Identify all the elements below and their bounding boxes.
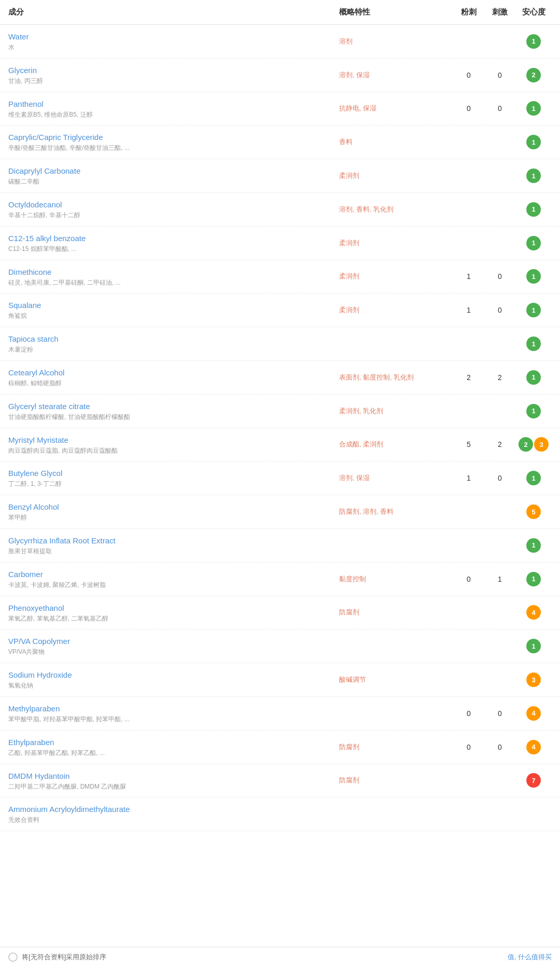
ingredient-name[interactable]: Phenoxyethanol — [8, 602, 339, 613]
ingredient-irritation: 2 — [484, 440, 515, 449]
ingredient-name-col: VP/VA CopolymerVP/VA共聚物 — [8, 636, 339, 656]
header-powder: 粉刺 — [453, 7, 484, 17]
table-row[interactable]: Ethylparaben乙酯, 羟基苯甲酸乙酯, 羟苯乙酯, ...防腐剂004 — [0, 731, 560, 764]
ingredient-properties: 表面剂, 黏度控制, 乳化剂 — [339, 373, 453, 382]
ingredient-alias: 乙酯, 羟基苯甲酸乙酯, 羟苯乙酯, ... — [8, 749, 339, 758]
ingredient-name[interactable]: Myristyl Myristate — [8, 435, 339, 445]
ingredient-name[interactable]: Carbomer — [8, 569, 339, 580]
ingredient-properties: 柔润剂, 乳化剂 — [339, 407, 453, 416]
ingredient-safety: 1 — [515, 538, 552, 553]
safety-badge: 1 — [526, 236, 541, 250]
ingredient-name[interactable]: Glyceryl stearate citrate — [8, 401, 339, 412]
safety-badge: 1 — [526, 34, 541, 49]
table-row[interactable]: Water水溶剂1 — [0, 25, 560, 59]
ingredient-safety: 1 — [515, 639, 552, 653]
ingredient-properties: 溶剂, 保湿 — [339, 71, 453, 80]
safety-badge: 1 — [526, 538, 541, 553]
table-header: 成分 概略特性 粉刺 刺激 安心度 — [0, 0, 560, 25]
ingredient-safety: 1 — [515, 236, 552, 250]
ingredient-name[interactable]: Panthenol — [8, 99, 339, 109]
ingredient-name-col: Sodium Hydroxide氢氧化钠 — [8, 669, 339, 690]
ingredient-safety: 1 — [515, 404, 552, 418]
table-row[interactable]: Tapioca starch木薯淀粉1 — [0, 327, 560, 361]
ingredient-name[interactable]: Sodium Hydroxide — [8, 669, 339, 680]
ingredient-name[interactable]: Glycerin — [8, 65, 339, 76]
ingredient-properties: 黏度控制 — [339, 574, 453, 584]
safety-badge: 1 — [526, 169, 541, 183]
table-row[interactable]: VP/VA CopolymerVP/VA共聚物1 — [0, 629, 560, 663]
ingredient-name[interactable]: Dicaprylyl Carbonate — [8, 165, 339, 176]
ingredient-properties: 防腐剂 — [339, 608, 453, 617]
table-row[interactable]: Glycerin甘油, 丙三醇溶剂, 保湿002 — [0, 59, 560, 92]
ingredient-properties: 柔润剂 — [339, 239, 453, 248]
table-row[interactable]: Panthenol维生素原B5, 维他命原B5, 泛醇抗静电, 保湿001 — [0, 92, 560, 126]
ingredient-name[interactable]: Octyldodecanol — [8, 199, 339, 210]
ingredient-name[interactable]: Benzyl Alcohol — [8, 501, 339, 512]
safety-badge: 2 — [526, 68, 541, 82]
table-row[interactable]: Myristyl Myristate肉豆蔻醇肉豆蔻脂, 肉豆蔻醇肉豆蔻酸酯合成酯… — [0, 428, 560, 462]
ingredient-name-col: Cetearyl Alcohol棕榈醇, 鲸蜡硬脂醇 — [8, 367, 339, 388]
ingredient-safety: 1 — [515, 135, 552, 149]
ingredient-name[interactable]: Dimethicone — [8, 267, 339, 277]
ingredient-alias: 卡波莫, 卡波姆, 聚羧乙烯, 卡波树脂 — [8, 581, 339, 590]
ingredient-safety: 1 — [515, 34, 552, 49]
ingredient-name-col: Tapioca starch木薯淀粉 — [8, 333, 339, 354]
ingredient-alias: 辛基十二烷醇, 辛基十二醇 — [8, 211, 339, 220]
ingredient-safety: 1 — [515, 370, 552, 385]
ingredient-list: Water水溶剂1Glycerin甘油, 丙三醇溶剂, 保湿002Panthen… — [0, 25, 560, 831]
table-row[interactable]: Ammonium Acryloyldimethyltaurate无效合资料 — [0, 797, 560, 831]
ingredient-alias: 肉豆蔻醇肉豆蔻脂, 肉豆蔻醇肉豆蔻酸酯 — [8, 446, 339, 455]
table-row[interactable]: Glyceryl stearate citrate甘油硬脂酸酯柠檬酸, 甘油硬脂… — [0, 395, 560, 428]
safety-badge: 1 — [526, 202, 541, 217]
ingredient-name[interactable]: VP/VA Copolymer — [8, 636, 339, 647]
safety-badge: 1 — [526, 370, 541, 385]
ingredient-name[interactable]: Caprylic/Capric Triglyceride — [8, 132, 339, 143]
ingredient-name-col: Ethylparaben乙酯, 羟基苯甲酸乙酯, 羟苯乙酯, ... — [8, 737, 339, 758]
table-row[interactable]: Sodium Hydroxide氢氧化钠酸碱调节3 — [0, 663, 560, 697]
table-row[interactable]: Methylparaben苯甲酸甲脂, 对羟基苯甲酸甲酯, 羟苯甲酯, ...0… — [0, 697, 560, 731]
ingredient-name[interactable]: DMDM Hydantoin — [8, 770, 339, 781]
ingredient-name[interactable]: Squalane — [8, 300, 339, 311]
ingredient-name[interactable]: Ethylparaben — [8, 737, 339, 748]
safety-badge: 4 — [526, 605, 541, 620]
table-row[interactable]: Octyldodecanol辛基十二烷醇, 辛基十二醇溶剂, 香料, 乳化剂1 — [0, 193, 560, 227]
table-row[interactable]: Carbomer卡波莫, 卡波姆, 聚羧乙烯, 卡波树脂黏度控制011 — [0, 563, 560, 596]
ingredient-safety: 5 — [515, 504, 552, 519]
ingredient-name-col: Glyceryl stearate citrate甘油硬脂酸酯柠檬酸, 甘油硬脂… — [8, 401, 339, 422]
ingredient-irritation: 1 — [484, 575, 515, 583]
ingredient-alias: 苯甲酸甲脂, 对羟基苯甲酸甲酯, 羟苯甲酯, ... — [8, 715, 339, 724]
ingredient-name[interactable]: Water — [8, 31, 339, 42]
table-row[interactable]: Phenoxyethanol苯氧乙醇, 苯氧基乙醇, 二苯氧基乙醇防腐剂4 — [0, 596, 560, 630]
ingredient-properties: 防腐剂 — [339, 742, 453, 752]
safety-badge: 1 — [526, 639, 541, 653]
ingredient-properties: 溶剂, 保湿 — [339, 473, 453, 483]
table-row[interactable]: Caprylic/Capric Triglyceride辛酸/癸酸三酸甘油酯, … — [0, 125, 560, 159]
safety-badge: 5 — [526, 504, 541, 519]
table-row[interactable]: Glycyrrhiza Inflata Root Extract胀果甘草根提取1 — [0, 529, 560, 563]
ingredient-irritation: 0 — [484, 474, 515, 482]
table-row[interactable]: C12-15 alkyl benzoateC12-15 烷醇苯甲酸酯, ...柔… — [0, 227, 560, 260]
ingredient-properties: 柔润剂 — [339, 305, 453, 315]
table-row[interactable]: Benzyl Alcohol苯甲醇防腐剂, 溶剂, 香料5 — [0, 495, 560, 529]
safety-badge: 4 — [526, 706, 541, 721]
header-safety: 安心度 — [515, 7, 552, 17]
ingredient-name[interactable]: Methylparaben — [8, 703, 339, 714]
ingredient-irritation: 2 — [484, 373, 515, 382]
ingredient-name[interactable]: Tapioca starch — [8, 333, 339, 344]
ingredient-powder: 0 — [453, 743, 484, 751]
table-row[interactable]: Butylene Glycol丁二醇, 1, 3-丁二醇溶剂, 保湿101 — [0, 461, 560, 495]
table-row[interactable]: Dimethicone硅灵, 地美司康, 二甲基硅酮, 二甲硅油, ...柔润剂… — [0, 260, 560, 294]
ingredient-name[interactable]: C12-15 alkyl benzoate — [8, 233, 339, 244]
table-row[interactable]: DMDM Hydantoin二羟甲基二甲基乙内酰脲, DMDM 乙内酰脲防腐剂7 — [0, 764, 560, 798]
ingredient-name[interactable]: Butylene Glycol — [8, 468, 339, 479]
ingredient-name-col: Butylene Glycol丁二醇, 1, 3-丁二醇 — [8, 468, 339, 488]
ingredient-powder: 2 — [453, 373, 484, 382]
table-row[interactable]: Squalane角鲨烷柔润剂101 — [0, 293, 560, 327]
ingredient-name[interactable]: Glycyrrhiza Inflata Root Extract — [8, 535, 339, 546]
ingredient-name[interactable]: Ammonium Acryloyldimethyltaurate — [8, 804, 339, 815]
ingredient-safety: 2 — [515, 68, 552, 82]
table-row[interactable]: Cetearyl Alcohol棕榈醇, 鲸蜡硬脂醇表面剂, 黏度控制, 乳化剂… — [0, 361, 560, 395]
ingredient-name-col: Glycyrrhiza Inflata Root Extract胀果甘草根提取 — [8, 535, 339, 556]
table-row[interactable]: Dicaprylyl Carbonate碳酸二辛酯柔润剂1 — [0, 159, 560, 193]
ingredient-name[interactable]: Cetearyl Alcohol — [8, 367, 339, 378]
